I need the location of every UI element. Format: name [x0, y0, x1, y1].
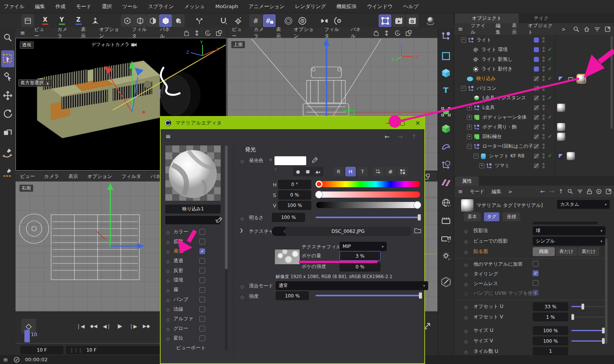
vp-menu-panel[interactable]: パネル [160, 26, 174, 39]
channel-diffusion[interactable]: 拡散 [161, 237, 225, 246]
previous-frame-button[interactable]: ◀❘ [101, 320, 113, 332]
model-mode-button[interactable] [159, 14, 172, 27]
expand-panel-icon[interactable] [606, 189, 611, 194]
null-object-icon[interactable] [439, 29, 452, 42]
side-back-button[interactable]: 裏だけ [578, 247, 599, 256]
layer-chip[interactable] [534, 144, 539, 149]
tool-settings-button[interactable] [332, 14, 345, 27]
tree-row-lbracket[interactable]: + L金具 [454, 103, 614, 113]
om-menu-file[interactable]: ファイル [471, 22, 488, 36]
vp-menu-filter[interactable]: フィルタ [121, 173, 141, 180]
tab-basic[interactable]: 基本 [464, 212, 481, 221]
tree-row-rotor[interactable]: − ローター(回転はこの子) [454, 142, 614, 151]
render-view-button[interactable] [379, 14, 391, 27]
channel-fog-checkbox[interactable] [199, 287, 205, 293]
object-mode-button[interactable] [172, 14, 185, 27]
uvw-bump-checkbox[interactable] [533, 290, 539, 296]
maximize-button[interactable]: ▢ [400, 120, 405, 126]
attr-menu-more[interactable]: > [508, 189, 512, 195]
live-selection-settings-icon[interactable] [1, 70, 14, 82]
layer-chip[interactable] [534, 115, 539, 120]
cube-primitive-icon[interactable] [439, 67, 452, 79]
vp-menu-options[interactable]: オプション [87, 173, 112, 180]
viewport-menu-icon[interactable]: ≡ [20, 29, 25, 36]
compositing-tag-icon[interactable] [567, 75, 574, 82]
close-button[interactable]: ✕ [415, 120, 420, 127]
menu-mograph[interactable]: MoGraph [215, 3, 238, 9]
layer-chip[interactable] [534, 125, 539, 130]
visibility-dots[interactable] [542, 105, 545, 110]
collapse-icon[interactable]: − [473, 154, 479, 159]
render-settings-button[interactable] [406, 14, 418, 27]
nav-back-icon[interactable]: ← [384, 133, 389, 140]
spline-pen-tool[interactable] [1, 146, 14, 159]
vp-menu-display[interactable]: 表示 [68, 173, 78, 180]
channel-transparency-checkbox[interactable] [199, 258, 205, 264]
up-icon[interactable]: ↑ [558, 188, 563, 195]
compact-mode-icon[interactable] [373, 167, 384, 176]
dolly-icon[interactable] [384, 30, 389, 36]
material-tag-icon[interactable] [567, 152, 575, 160]
projection-dropdown[interactable]: 球 [533, 226, 605, 235]
tiles-u-field[interactable]: 1 [533, 347, 568, 355]
workplane-lock-button[interactable]: # [263, 14, 276, 27]
om-menu-edit[interactable]: 編集 [496, 22, 504, 36]
material-tag-icon[interactable] [557, 104, 565, 112]
enabled-check-icon[interactable]: ✓ [548, 66, 552, 72]
enabled-check-icon[interactable]: ✓ [548, 95, 552, 101]
menu-mode[interactable]: モード [76, 3, 91, 10]
tab-tag[interactable]: タグ [484, 212, 499, 221]
add-material-checkbox[interactable] [533, 261, 539, 267]
vp-menu-options[interactable]: オプション [99, 26, 122, 39]
next-key-button[interactable]: ▶◆ [140, 320, 153, 332]
menu-render[interactable]: レンダリング [295, 3, 326, 10]
vp-menu-view[interactable]: ビュー [232, 26, 245, 39]
channel-reflectance[interactable]: 反射 [161, 266, 225, 275]
menu-window[interactable]: ウインドウ [367, 3, 393, 10]
channel-normal-checkbox[interactable] [199, 306, 205, 312]
rgb-mode-button[interactable]: R [333, 167, 344, 176]
mix-strength-field[interactable]: 100 % [276, 291, 309, 300]
scrollbar[interactable] [605, 239, 607, 344]
channel-diffusion-checkbox[interactable] [199, 239, 205, 244]
tree-row-body-chassis[interactable]: + ボディシャーシ全体 ✓ [454, 113, 614, 122]
material-manager-icon[interactable] [424, 14, 437, 27]
orbit-icon[interactable] [205, 30, 211, 36]
text-object-icon[interactable]: T [439, 84, 452, 96]
menu-help[interactable]: ヘルプ [403, 3, 418, 10]
menu-animation[interactable]: アニメーション [249, 3, 285, 10]
om-menu-more[interactable]: > [562, 26, 566, 32]
dialog-titlebar[interactable]: マテリアルエディタ − ▢ ✕ [161, 117, 424, 129]
light-object-icon[interactable]: ST [439, 250, 452, 263]
channel-bump[interactable]: バンプ [161, 295, 225, 304]
vp-menu-view[interactable]: ビュー [20, 173, 35, 180]
tiling-checkbox[interactable] [533, 270, 539, 276]
tab-objects[interactable]: オブジェクト [455, 14, 519, 23]
polygons-mode-button[interactable] [146, 14, 159, 27]
tree-row-lbracket-instance[interactable]: L金具 インスタンス ✓ [454, 93, 614, 103]
menu-edit[interactable]: 編集 [35, 3, 45, 10]
scale-tool[interactable] [1, 125, 14, 137]
menu-extensions[interactable]: 機能拡張 [336, 3, 357, 10]
rotate-tool[interactable] [1, 107, 14, 120]
channel-normal[interactable]: 法線 [161, 304, 225, 314]
vp-menu-camera[interactable]: カメラ [57, 26, 71, 39]
menu-spline[interactable]: スプライン [148, 3, 174, 10]
collapse-icon[interactable]: − [461, 38, 466, 43]
channel-color[interactable]: カラー [161, 227, 225, 237]
texture-expand-icon[interactable]: ❯ [240, 228, 243, 233]
offset-u-field[interactable]: 33 % [533, 302, 568, 311]
material-preview[interactable] [165, 145, 221, 201]
menu-create[interactable]: 作成 [55, 3, 65, 10]
goto-start-button[interactable]: ❘◀ [74, 320, 87, 332]
enabled-check-icon[interactable]: ✓ [548, 153, 552, 159]
dialog-menu-icon[interactable]: ≡ [165, 132, 171, 140]
channel-luminance-checkbox[interactable] [199, 248, 205, 254]
next-frame-button[interactable]: ❘▶ [127, 320, 139, 332]
hex-mode-icon[interactable]: # [385, 167, 396, 176]
channel-color-checkbox[interactable] [199, 229, 205, 235]
circle-mode-icon[interactable]: ● [296, 169, 300, 174]
move-tool[interactable] [1, 89, 14, 102]
preset-dropdown[interactable]: カスタム [557, 200, 610, 209]
render-options-icon[interactable] [296, 14, 309, 27]
